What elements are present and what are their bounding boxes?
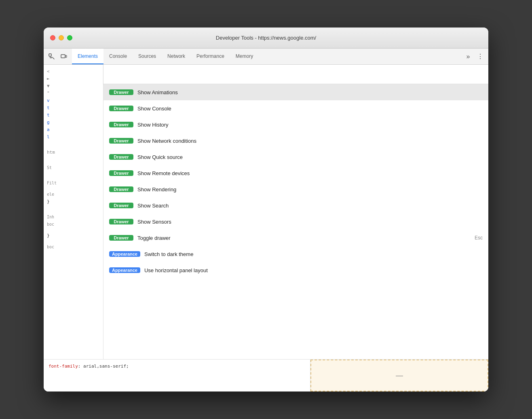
command-item[interactable]: DrawerShow Quick source bbox=[103, 149, 488, 165]
command-item[interactable]: AppearanceUse horizontal panel layout bbox=[103, 262, 488, 278]
command-input-area[interactable] bbox=[103, 65, 488, 84]
tab-performance[interactable]: Performance bbox=[191, 49, 230, 64]
toolbar-tabs: Elements Console Sources Network Perform… bbox=[72, 49, 460, 64]
code-line: ele bbox=[44, 191, 103, 198]
code-line: t bbox=[44, 112, 103, 119]
tab-network[interactable]: Network bbox=[162, 49, 191, 64]
command-badge-drawer: Drawer bbox=[109, 203, 133, 208]
command-label: Toggle drawer bbox=[137, 235, 471, 241]
code-line: v bbox=[44, 97, 103, 104]
code-line: St bbox=[44, 164, 103, 171]
command-badge-drawer: Drawer bbox=[109, 154, 133, 160]
command-label: Show Animations bbox=[137, 89, 483, 95]
command-badge-drawer: Drawer bbox=[109, 106, 133, 111]
command-label: Show Search bbox=[137, 203, 483, 209]
command-badge-drawer: Drawer bbox=[109, 219, 133, 224]
devtools-panel: Elements Console Sources Network Perform… bbox=[44, 49, 488, 391]
code-line: boc bbox=[44, 243, 103, 251]
code-line: } bbox=[44, 198, 103, 205]
code-line: htm bbox=[44, 149, 103, 156]
traffic-lights bbox=[50, 35, 72, 40]
command-label: Show History bbox=[137, 122, 483, 128]
bottom-code-panel: font-family: arial,sans-serif; bbox=[44, 360, 310, 391]
command-item[interactable]: DrawerShow Network conditions bbox=[103, 133, 488, 149]
command-shortcut: Esc bbox=[475, 235, 483, 241]
code-line: t bbox=[44, 104, 103, 112]
code-line: Inh bbox=[44, 214, 103, 221]
command-palette: DrawerShow AnimationsDrawerShow ConsoleD… bbox=[103, 65, 488, 359]
command-badge-appearance: Appearance bbox=[109, 267, 140, 273]
command-badge-drawer: Drawer bbox=[109, 138, 133, 144]
command-badge-appearance: Appearance bbox=[109, 251, 140, 257]
command-badge-drawer: Drawer bbox=[109, 170, 133, 176]
command-badge-drawer: Drawer bbox=[109, 89, 133, 95]
tab-elements[interactable]: Elements bbox=[72, 49, 103, 64]
svg-rect-2 bbox=[65, 55, 67, 57]
command-label: Show Console bbox=[137, 106, 483, 112]
code-line: ► bbox=[44, 75, 103, 83]
svg-rect-0 bbox=[49, 54, 51, 56]
command-badge-drawer: Drawer bbox=[109, 122, 133, 127]
command-label: Use horizontal panel layout bbox=[144, 267, 483, 273]
dash-indicator: — bbox=[396, 371, 403, 380]
tab-sources[interactable]: Sources bbox=[133, 49, 162, 64]
code-line: boc bbox=[44, 221, 103, 228]
code-line: } bbox=[44, 232, 103, 239]
code-line: g bbox=[44, 119, 103, 126]
command-item[interactable]: DrawerShow Console bbox=[103, 100, 488, 116]
command-badge-drawer: Drawer bbox=[109, 235, 133, 241]
devtools-window: Developer Tools - https://news.google.co… bbox=[44, 28, 488, 391]
command-item[interactable]: DrawerShow Animations bbox=[103, 84, 488, 100]
css-property: font-family bbox=[49, 364, 78, 369]
code-line: " bbox=[44, 90, 103, 97]
command-item[interactable]: DrawerShow Remote devices bbox=[103, 165, 488, 181]
svg-rect-1 bbox=[61, 55, 65, 58]
elements-panel: < ► ▼ " v t t g a l htm St Filt ele } bbox=[44, 65, 103, 359]
bottom-area: font-family: arial,sans-serif; — bbox=[44, 359, 488, 391]
close-button[interactable] bbox=[50, 35, 55, 40]
inspect-element-button[interactable] bbox=[46, 51, 57, 62]
command-item[interactable]: DrawerShow Search bbox=[103, 197, 488, 214]
more-tabs-button[interactable]: » bbox=[462, 51, 474, 62]
command-item[interactable]: DrawerShow History bbox=[103, 116, 488, 133]
command-item[interactable]: DrawerToggle drawerEsc bbox=[103, 230, 488, 246]
devtools-menu-button[interactable]: ⋮ bbox=[475, 51, 486, 62]
code-line: Filt bbox=[44, 180, 103, 187]
maximize-button[interactable] bbox=[67, 35, 72, 40]
command-item[interactable]: DrawerShow Rendering bbox=[103, 181, 488, 197]
code-line: a bbox=[44, 126, 103, 133]
command-item[interactable]: AppearanceSwitch to dark theme bbox=[103, 246, 488, 262]
tab-console[interactable]: Console bbox=[103, 49, 133, 64]
command-search-input[interactable] bbox=[108, 71, 483, 78]
command-label: Show Network conditions bbox=[137, 138, 483, 144]
command-badge-drawer: Drawer bbox=[109, 186, 133, 192]
code-line: l bbox=[44, 133, 103, 141]
toolbar-icons bbox=[44, 51, 72, 62]
device-toolbar-button[interactable] bbox=[58, 51, 70, 62]
command-label: Show Rendering bbox=[137, 186, 483, 193]
minimize-button[interactable] bbox=[59, 35, 64, 40]
toolbar-right: » ⋮ bbox=[460, 51, 488, 62]
command-label: Switch to dark theme bbox=[144, 251, 483, 257]
window-title: Developer Tools - https://news.google.co… bbox=[216, 35, 316, 41]
command-label: Show Quick source bbox=[137, 154, 483, 160]
command-label: Show Remote devices bbox=[137, 170, 483, 176]
toolbar: Elements Console Sources Network Perform… bbox=[44, 49, 488, 65]
code-line: < bbox=[44, 68, 103, 75]
title-bar: Developer Tools - https://news.google.co… bbox=[44, 28, 488, 49]
main-content: < ► ▼ " v t t g a l htm St Filt ele } bbox=[44, 65, 488, 359]
bottom-preview-panel: — bbox=[310, 360, 488, 391]
tab-memory[interactable]: Memory bbox=[230, 49, 259, 64]
command-label: Show Sensors bbox=[137, 219, 483, 225]
command-item[interactable]: DrawerShow Sensors bbox=[103, 214, 488, 230]
code-line: ▼ bbox=[44, 83, 103, 90]
command-list: DrawerShow AnimationsDrawerShow ConsoleD… bbox=[103, 84, 488, 359]
